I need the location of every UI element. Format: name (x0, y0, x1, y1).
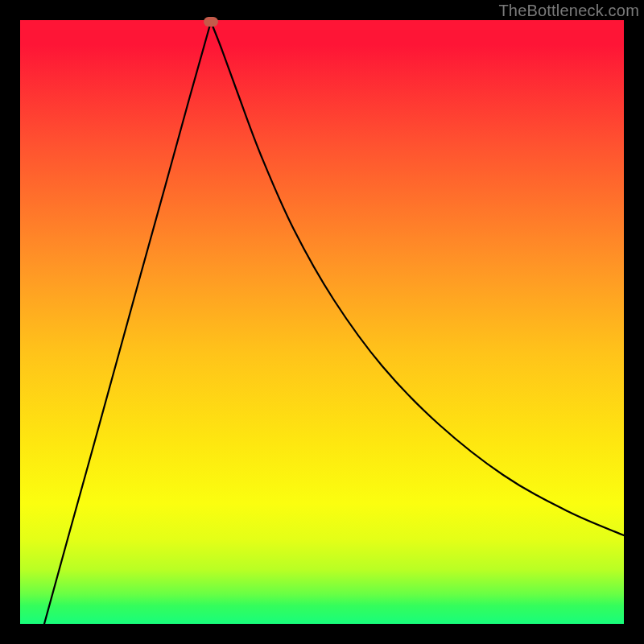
vertex-marker (204, 17, 218, 27)
right-branch-path (211, 22, 624, 535)
watermark-text: TheBottleneck.com (498, 2, 639, 20)
plot-area (20, 20, 624, 624)
curve-svg (20, 20, 624, 624)
chart-frame: TheBottleneck.com (0, 0, 644, 644)
left-branch-path (44, 22, 211, 624)
